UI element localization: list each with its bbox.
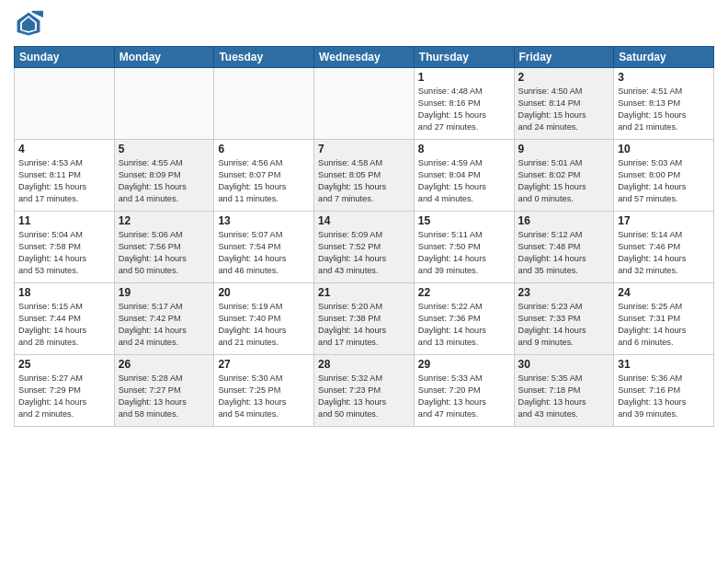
day-info: Sunrise: 5:06 AM Sunset: 7:56 PM Dayligh… xyxy=(119,229,210,277)
calendar-cell: 4Sunrise: 4:53 AM Sunset: 8:11 PM Daylig… xyxy=(15,140,115,212)
logo xyxy=(14,9,49,39)
day-number: 6 xyxy=(218,143,310,155)
day-number: 12 xyxy=(119,214,210,227)
calendar-cell: 28Sunrise: 5:32 AM Sunset: 7:23 PM Dayli… xyxy=(314,355,415,427)
day-number: 5 xyxy=(119,143,210,155)
day-info: Sunrise: 5:20 AM Sunset: 7:38 PM Dayligh… xyxy=(318,301,410,349)
calendar-cell: 25Sunrise: 5:27 AM Sunset: 7:29 PM Dayli… xyxy=(15,355,115,427)
day-info: Sunrise: 5:09 AM Sunset: 7:52 PM Dayligh… xyxy=(318,229,410,277)
day-number: 21 xyxy=(318,286,410,299)
logo-icon xyxy=(14,9,43,39)
weekday-header: Wednesday xyxy=(314,47,415,68)
calendar-cell: 30Sunrise: 5:35 AM Sunset: 7:18 PM Dayli… xyxy=(514,355,614,427)
day-info: Sunrise: 5:30 AM Sunset: 7:25 PM Dayligh… xyxy=(218,373,310,420)
day-number: 18 xyxy=(18,286,110,299)
day-info: Sunrise: 4:51 AM Sunset: 8:13 PM Dayligh… xyxy=(618,86,710,133)
calendar-cell: 6Sunrise: 4:56 AM Sunset: 8:07 PM Daylig… xyxy=(214,140,314,212)
day-number: 8 xyxy=(418,143,510,155)
weekday-header: Tuesday xyxy=(214,47,314,68)
day-number: 4 xyxy=(18,143,110,155)
weekday-header-row: SundayMondayTuesdayWednesdayThursdayFrid… xyxy=(15,47,714,68)
calendar-cell: 29Sunrise: 5:33 AM Sunset: 7:20 PM Dayli… xyxy=(414,355,514,427)
day-info: Sunrise: 5:17 AM Sunset: 7:42 PM Dayligh… xyxy=(119,301,210,349)
day-info: Sunrise: 5:14 AM Sunset: 7:46 PM Dayligh… xyxy=(618,229,710,277)
day-number: 16 xyxy=(518,214,610,227)
day-number: 30 xyxy=(518,358,610,371)
header xyxy=(14,9,714,39)
day-info: Sunrise: 4:59 AM Sunset: 8:04 PM Dayligh… xyxy=(418,157,510,205)
calendar-week-row: 1Sunrise: 4:48 AM Sunset: 8:16 PM Daylig… xyxy=(15,68,714,140)
day-number: 27 xyxy=(218,358,310,371)
day-info: Sunrise: 5:15 AM Sunset: 7:44 PM Dayligh… xyxy=(18,301,110,349)
day-info: Sunrise: 5:28 AM Sunset: 7:27 PM Dayligh… xyxy=(119,373,210,420)
day-info: Sunrise: 5:36 AM Sunset: 7:16 PM Dayligh… xyxy=(618,373,710,420)
day-number: 10 xyxy=(618,143,710,155)
day-number: 23 xyxy=(518,286,610,299)
calendar-cell: 1Sunrise: 4:48 AM Sunset: 8:16 PM Daylig… xyxy=(414,68,514,140)
weekday-header: Thursday xyxy=(414,47,514,68)
day-number: 17 xyxy=(618,214,710,227)
calendar-week-row: 4Sunrise: 4:53 AM Sunset: 8:11 PM Daylig… xyxy=(15,140,714,212)
calendar-cell: 19Sunrise: 5:17 AM Sunset: 7:42 PM Dayli… xyxy=(114,283,214,355)
day-number: 25 xyxy=(18,358,110,371)
day-info: Sunrise: 4:58 AM Sunset: 8:05 PM Dayligh… xyxy=(318,157,410,205)
calendar-cell: 11Sunrise: 5:04 AM Sunset: 7:58 PM Dayli… xyxy=(15,212,115,283)
calendar-cell xyxy=(15,68,115,140)
day-number: 2 xyxy=(518,71,610,84)
day-number: 7 xyxy=(318,143,410,155)
day-number: 28 xyxy=(318,358,410,371)
day-number: 24 xyxy=(618,286,710,299)
day-info: Sunrise: 5:33 AM Sunset: 7:20 PM Dayligh… xyxy=(418,373,510,420)
day-info: Sunrise: 5:35 AM Sunset: 7:18 PM Dayligh… xyxy=(518,373,610,420)
day-number: 26 xyxy=(119,358,210,371)
day-number: 31 xyxy=(618,358,710,371)
calendar-cell: 12Sunrise: 5:06 AM Sunset: 7:56 PM Dayli… xyxy=(114,212,214,283)
calendar-week-row: 25Sunrise: 5:27 AM Sunset: 7:29 PM Dayli… xyxy=(15,355,714,427)
day-number: 1 xyxy=(418,71,510,84)
day-number: 13 xyxy=(218,214,310,227)
calendar-cell: 27Sunrise: 5:30 AM Sunset: 7:25 PM Dayli… xyxy=(214,355,314,427)
weekday-header: Friday xyxy=(514,47,614,68)
day-info: Sunrise: 5:03 AM Sunset: 8:00 PM Dayligh… xyxy=(618,157,710,205)
day-info: Sunrise: 4:48 AM Sunset: 8:16 PM Dayligh… xyxy=(418,86,510,133)
day-number: 29 xyxy=(418,358,510,371)
calendar-week-row: 11Sunrise: 5:04 AM Sunset: 7:58 PM Dayli… xyxy=(15,212,714,283)
weekday-header: Monday xyxy=(114,47,214,68)
day-info: Sunrise: 5:12 AM Sunset: 7:48 PM Dayligh… xyxy=(518,229,610,277)
calendar-cell: 13Sunrise: 5:07 AM Sunset: 7:54 PM Dayli… xyxy=(214,212,314,283)
calendar-cell: 22Sunrise: 5:22 AM Sunset: 7:36 PM Dayli… xyxy=(414,283,514,355)
calendar-cell: 18Sunrise: 5:15 AM Sunset: 7:44 PM Dayli… xyxy=(15,283,115,355)
day-info: Sunrise: 5:23 AM Sunset: 7:33 PM Dayligh… xyxy=(518,301,610,349)
calendar-cell xyxy=(214,68,314,140)
day-info: Sunrise: 5:11 AM Sunset: 7:50 PM Dayligh… xyxy=(418,229,510,277)
calendar-table: SundayMondayTuesdayWednesdayThursdayFrid… xyxy=(14,46,714,427)
day-info: Sunrise: 4:55 AM Sunset: 8:09 PM Dayligh… xyxy=(119,157,210,205)
weekday-header: Sunday xyxy=(15,47,115,68)
calendar-cell: 8Sunrise: 4:59 AM Sunset: 8:04 PM Daylig… xyxy=(414,140,514,212)
day-number: 14 xyxy=(318,214,410,227)
day-info: Sunrise: 4:53 AM Sunset: 8:11 PM Dayligh… xyxy=(18,157,110,205)
page: SundayMondayTuesdayWednesdayThursdayFrid… xyxy=(0,0,728,563)
calendar-cell: 23Sunrise: 5:23 AM Sunset: 7:33 PM Dayli… xyxy=(514,283,614,355)
calendar-cell: 24Sunrise: 5:25 AM Sunset: 7:31 PM Dayli… xyxy=(614,283,714,355)
day-info: Sunrise: 4:50 AM Sunset: 8:14 PM Dayligh… xyxy=(518,86,610,133)
day-info: Sunrise: 5:19 AM Sunset: 7:40 PM Dayligh… xyxy=(218,301,310,349)
calendar-cell: 5Sunrise: 4:55 AM Sunset: 8:09 PM Daylig… xyxy=(114,140,214,212)
day-number: 3 xyxy=(618,71,710,84)
day-info: Sunrise: 5:25 AM Sunset: 7:31 PM Dayligh… xyxy=(618,301,710,349)
calendar-cell: 10Sunrise: 5:03 AM Sunset: 8:00 PM Dayli… xyxy=(614,140,714,212)
day-info: Sunrise: 5:27 AM Sunset: 7:29 PM Dayligh… xyxy=(18,373,110,420)
day-info: Sunrise: 5:01 AM Sunset: 8:02 PM Dayligh… xyxy=(518,157,610,205)
calendar-cell xyxy=(114,68,214,140)
calendar-cell: 14Sunrise: 5:09 AM Sunset: 7:52 PM Dayli… xyxy=(314,212,415,283)
calendar-cell: 26Sunrise: 5:28 AM Sunset: 7:27 PM Dayli… xyxy=(114,355,214,427)
calendar-cell: 17Sunrise: 5:14 AM Sunset: 7:46 PM Dayli… xyxy=(614,212,714,283)
calendar-cell: 2Sunrise: 4:50 AM Sunset: 8:14 PM Daylig… xyxy=(514,68,614,140)
calendar-cell: 31Sunrise: 5:36 AM Sunset: 7:16 PM Dayli… xyxy=(614,355,714,427)
day-number: 9 xyxy=(518,143,610,155)
day-info: Sunrise: 5:22 AM Sunset: 7:36 PM Dayligh… xyxy=(418,301,510,349)
day-number: 22 xyxy=(418,286,510,299)
calendar-cell: 9Sunrise: 5:01 AM Sunset: 8:02 PM Daylig… xyxy=(514,140,614,212)
day-number: 20 xyxy=(218,286,310,299)
calendar-week-row: 18Sunrise: 5:15 AM Sunset: 7:44 PM Dayli… xyxy=(15,283,714,355)
